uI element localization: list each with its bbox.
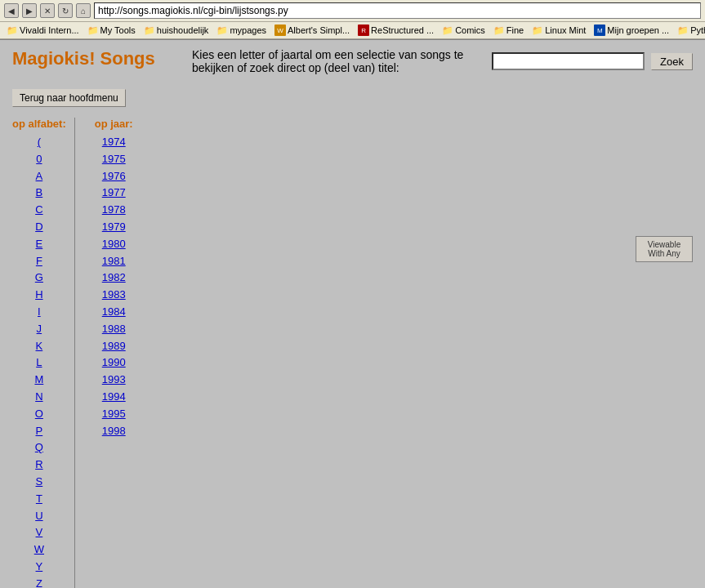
alphabet-link-g[interactable]: G [12,270,66,287]
alphabet-link-z[interactable]: Z [12,576,66,588]
search-section: Kies een letter of jaartal om een select… [192,48,693,74]
alphabet-link-d[interactable]: D [12,219,66,236]
bookmark-label: Mijn groepen ... [607,25,669,35]
bookmark-label: My Tools [100,25,136,35]
alphabet-link-h[interactable]: H [12,287,66,304]
year-link-1993[interactable]: 1993 [87,372,141,389]
bookmark-comics[interactable]: 📁 Comics [439,24,489,37]
alphabet-link-l[interactable]: L [12,354,66,372]
bookmark-mypages[interactable]: 📁 mypages [213,24,270,37]
alphabet-link-c[interactable]: C [12,202,66,219]
alphabet-link-r[interactable]: R [12,457,66,474]
back-nav-button[interactable]: ◀ [4,3,19,18]
bookmark-alberts[interactable]: W Albert's Simpl... [271,24,353,37]
year-link-1977[interactable]: 1977 [87,185,141,202]
alphabet-link-b[interactable]: B [12,185,66,202]
folder-icon: 📁 [87,25,99,36]
bookmark-python[interactable]: 📁 Python [674,24,705,37]
bookmark-linuxmint[interactable]: 📁 Linux Mint [529,24,589,37]
bookmark-label: ReStructured ... [371,25,434,35]
bookmark-restructured[interactable]: R ReStructured ... [355,24,437,37]
content-area: Viewable With Any [141,118,693,588]
year-link-1989[interactable]: 1989 [87,338,141,355]
alphabet-link-o[interactable]: O [12,406,66,423]
search-input[interactable] [492,52,645,70]
alberts-favicon: W [274,24,286,36]
year-link-1979[interactable]: 1979 [87,219,141,236]
bookmark-label: Python [690,25,705,35]
browser-toolbar: ◀ ▶ ✕ ↻ ⌂ [0,0,705,22]
alphabet-link-e[interactable]: E [12,236,66,253]
year-header: op jaar: [87,118,141,130]
alphabet-link-t[interactable]: T [12,491,66,508]
year-link-1982[interactable]: 1982 [87,270,141,287]
folder-icon: 📁 [532,25,543,36]
alphabet-link-n[interactable]: N [12,389,66,406]
alphabet-link-p[interactable]: P [12,423,66,440]
alphabet-link-v[interactable]: V [12,524,66,541]
year-link-1998[interactable]: 1998 [87,423,141,440]
restructured-favicon: R [358,24,369,36]
year-link-1975[interactable]: 1975 [87,151,141,168]
alphabet-link-m[interactable]: M [12,372,66,389]
alphabet-link-open[interactable]: ( [12,134,66,151]
year-link-1995[interactable]: 1995 [87,406,141,423]
stop-button[interactable]: ✕ [40,3,55,18]
bookmark-label: mypages [230,25,266,35]
year-link-1980[interactable]: 1980 [87,236,141,253]
search-description: Kies een letter of jaartal om een select… [192,48,485,74]
alphabet-header: op alfabet: [12,118,66,130]
page-header: Magiokis! Songs Kies een letter of jaart… [0,40,705,82]
year-link-1990[interactable]: 1990 [87,354,141,372]
year-link-1974[interactable]: 1974 [87,134,141,151]
search-button[interactable]: Zoek [651,53,693,70]
alphabet-link-f[interactable]: F [12,253,66,270]
bookmark-label: Albert's Simpl... [288,25,350,35]
back-to-main-button[interactable]: Terug naar hoofdmenu [12,89,126,107]
folder-icon: 📁 [7,25,18,36]
folder-icon: 📁 [216,25,228,36]
folder-icon: 📁 [493,25,505,36]
site-title: Magiokis! Songs [12,48,176,69]
bookmark-label: Vivaldi Intern... [20,25,79,35]
bookmarks-bar: 📁 Vivaldi Intern... 📁 My Tools 📁 huishou… [0,22,705,39]
year-link-1994[interactable]: 1994 [87,389,141,406]
bookmark-mytools[interactable]: 📁 My Tools [84,24,139,37]
bookmark-vivaldi[interactable]: 📁 Vivaldi Intern... [3,24,83,37]
alphabet-link-k[interactable]: K [12,338,66,355]
viewable-badge: Viewable With Any [636,236,693,262]
alphabet-link-u[interactable]: U [12,508,66,525]
year-link-1983[interactable]: 1983 [87,287,141,304]
year-link-1976[interactable]: 1976 [87,168,141,185]
back-button-section: Terug naar hoofdmenu [0,82,705,114]
address-bar[interactable] [94,2,701,19]
bookmark-mijngroepen[interactable]: M Mijn groepen ... [591,24,672,37]
year-link-1978[interactable]: 1978 [87,202,141,219]
bookmark-label: Fine [506,25,524,35]
bookmark-huishoudelijk[interactable]: 📁 huishoudelijk [141,24,212,37]
alphabet-link-i[interactable]: I [12,304,66,321]
alphabet-link-a[interactable]: A [12,168,66,185]
year-column: op jaar: 1974 1975 1976 1977 1978 1979 1… [75,118,141,588]
folder-icon: 📁 [442,25,453,36]
bookmark-fine[interactable]: 📁 Fine [490,24,527,37]
alphabet-link-y[interactable]: Y [12,559,66,576]
alphabet-link-0[interactable]: 0 [12,151,66,168]
alphabet-column: op alfabet: ( 0 A B C D E F G H I J K L … [12,118,75,588]
alphabet-link-j[interactable]: J [12,321,66,338]
alphabet-link-w[interactable]: W [12,541,66,559]
alphabet-link-q[interactable]: Q [12,439,66,457]
year-link-1984[interactable]: 1984 [87,304,141,321]
year-link-1981[interactable]: 1981 [87,253,141,270]
bookmark-label: Linux Mint [545,25,586,35]
forward-nav-button[interactable]: ▶ [22,3,37,18]
alphabet-link-s[interactable]: S [12,474,66,491]
page-content: Magiokis! Songs Kies een letter of jaart… [0,40,705,588]
mijngroepen-favicon: M [594,24,605,36]
home-button[interactable]: ⌂ [76,3,91,18]
folder-icon: 📁 [144,25,155,36]
bookmark-label: Comics [455,25,485,35]
refresh-button[interactable]: ↻ [58,3,73,18]
browser-chrome: ◀ ▶ ✕ ↻ ⌂ 📁 Vivaldi Intern... 📁 My Tools… [0,0,705,40]
year-link-1988[interactable]: 1988 [87,321,141,338]
